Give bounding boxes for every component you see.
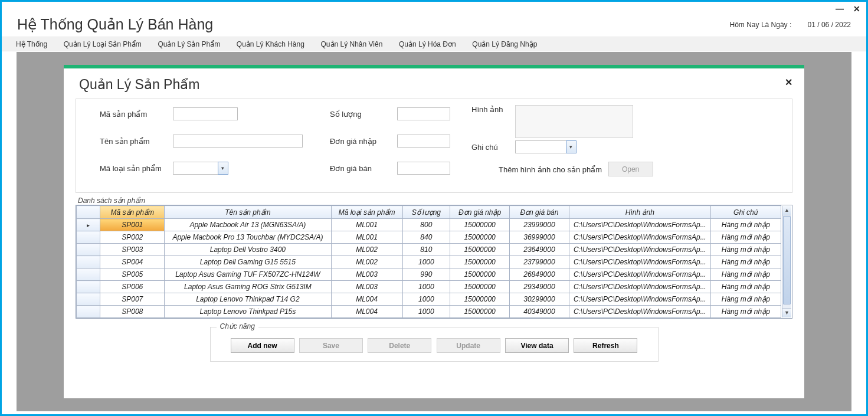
cell-ten[interactable]: Laptop Dell Gaming G15 5515 — [165, 256, 331, 268]
cell-nhap[interactable]: 15000000 — [450, 256, 510, 268]
cell-gc[interactable]: Hàng mới nhập — [710, 244, 781, 256]
input-don-gia-ban[interactable] — [397, 162, 450, 175]
cell-nhap[interactable]: 15000000 — [450, 244, 510, 256]
cell-sl[interactable]: 810 — [402, 244, 450, 256]
cell-img[interactable]: C:\Users\PC\Desktop\WindowsFormsAp... — [569, 244, 710, 256]
panel-close-icon[interactable]: ✕ — [785, 77, 792, 88]
row-header[interactable] — [77, 306, 100, 318]
table-row[interactable]: SP002Apple Macbook Pro 13 Touchbar (MYDC… — [77, 231, 792, 244]
col-ma-loai[interactable]: Mã loại sản phẩm — [331, 206, 402, 219]
menu-san-pham[interactable]: Quản Lý Sản Phẩm — [158, 40, 220, 48]
table-row[interactable]: SP003Laptop Dell Vostro 3400ML0028101500… — [77, 244, 792, 256]
cell-img[interactable]: C:\Users\PC\Desktop\WindowsFormsAp... — [569, 293, 710, 306]
cell-sl[interactable]: 1000 — [402, 306, 450, 318]
row-header[interactable] — [77, 244, 100, 256]
update-button[interactable]: Update — [437, 338, 500, 353]
cell-ban[interactable]: 30299000 — [510, 293, 569, 306]
col-ma-sp[interactable]: Mã sản phẩm — [100, 206, 165, 219]
view-button[interactable]: View data — [505, 338, 569, 353]
cell-ma[interactable]: SP003 — [100, 244, 165, 256]
table-row[interactable]: SP006Laptop Asus Gaming ROG Strix G513IM… — [77, 281, 792, 293]
combo-ghi-chu[interactable]: ▾ — [515, 140, 577, 153]
col-don-gia-ban[interactable]: Đơn giá bán — [510, 206, 569, 219]
menu-he-thong[interactable]: Hệ Thống — [16, 40, 47, 48]
cell-ten[interactable]: Laptop Asus Gaming ROG Strix G513IM — [165, 281, 331, 293]
refresh-button[interactable]: Refresh — [574, 338, 637, 353]
cell-ten[interactable]: Laptop Lenovo Thinkpad T14 G2 — [165, 293, 331, 306]
cell-loai[interactable]: ML004 — [331, 306, 402, 318]
cell-ma[interactable]: SP005 — [100, 268, 165, 281]
cell-sl[interactable]: 800 — [402, 219, 450, 231]
cell-ban[interactable]: 26849000 — [510, 268, 569, 281]
cell-img[interactable]: C:\Users\PC\Desktop\WindowsFormsAp... — [569, 219, 710, 231]
cell-gc[interactable]: Hàng mới nhập — [710, 256, 781, 268]
row-header[interactable]: ▸ — [77, 219, 100, 231]
table-row[interactable]: SP004Laptop Dell Gaming G15 5515ML002100… — [77, 256, 792, 268]
cell-img[interactable]: C:\Users\PC\Desktop\WindowsFormsAp... — [569, 306, 710, 318]
table-row[interactable]: ▸SP001Apple Macbook Air 13 (MGN63SA/A)ML… — [77, 219, 792, 231]
row-header[interactable] — [77, 268, 100, 281]
cell-gc[interactable]: Hàng mới nhập — [710, 293, 781, 306]
scroll-thumb[interactable] — [783, 216, 791, 304]
input-ten-sp[interactable] — [173, 135, 303, 148]
cell-gc[interactable]: Hàng mới nhập — [710, 306, 781, 318]
cell-img[interactable]: C:\Users\PC\Desktop\WindowsFormsAp... — [569, 231, 710, 244]
col-ten-sp[interactable]: Tên sản phẩm — [165, 206, 331, 219]
scroll-down-icon[interactable]: ▼ — [782, 308, 791, 317]
cell-gc[interactable]: Hàng mới nhập — [710, 231, 781, 244]
col-ghi-chu[interactable]: Ghi chú — [710, 206, 781, 219]
row-header[interactable] — [77, 281, 100, 293]
cell-ban[interactable]: 23649000 — [510, 244, 569, 256]
combo-ma-loai-input[interactable] — [173, 162, 218, 175]
table-row[interactable]: SP005Laptop Asus Gaming TUF FX507ZC-HN12… — [77, 268, 792, 281]
col-hinh-anh[interactable]: Hình ảnh — [569, 206, 710, 219]
cell-ma[interactable]: SP001 — [100, 219, 165, 231]
chevron-down-icon[interactable]: ▾ — [218, 162, 228, 175]
cell-ma[interactable]: SP004 — [100, 256, 165, 268]
cell-loai[interactable]: ML002 — [331, 244, 402, 256]
cell-nhap[interactable]: 15000000 — [450, 231, 510, 244]
cell-loai[interactable]: ML003 — [331, 281, 402, 293]
scroll-up-icon[interactable]: ▲ — [782, 206, 791, 215]
cell-img[interactable]: C:\Users\PC\Desktop\WindowsFormsAp... — [569, 281, 710, 293]
close-icon[interactable]: ✕ — [853, 5, 860, 13]
menu-loai-san-pham[interactable]: Quản Lý Loại Sản Phẩm — [64, 40, 142, 48]
cell-gc[interactable]: Hàng mới nhập — [710, 219, 781, 231]
cell-ten[interactable]: Laptop Dell Vostro 3400 — [165, 244, 331, 256]
menu-nhan-vien[interactable]: Quản Lý Nhân Viên — [321, 40, 383, 48]
cell-ma[interactable]: SP006 — [100, 281, 165, 293]
cell-sl[interactable]: 1000 — [402, 281, 450, 293]
cell-nhap[interactable]: 15000000 — [450, 293, 510, 306]
input-so-luong[interactable] — [397, 107, 450, 120]
cell-gc[interactable]: Hàng mới nhập — [710, 281, 781, 293]
cell-img[interactable]: C:\Users\PC\Desktop\WindowsFormsAp... — [569, 268, 710, 281]
cell-loai[interactable]: ML002 — [331, 256, 402, 268]
cell-sl[interactable]: 990 — [402, 268, 450, 281]
open-button[interactable]: Open — [608, 162, 653, 176]
cell-loai[interactable]: ML001 — [331, 219, 402, 231]
cell-ban[interactable]: 36999000 — [510, 231, 569, 244]
cell-ten[interactable]: Laptop Asus Gaming TUF FX507ZC-HN124W — [165, 268, 331, 281]
cell-nhap[interactable]: 15000000 — [450, 268, 510, 281]
col-so-luong[interactable]: Số lượng — [402, 206, 450, 219]
cell-sl[interactable]: 840 — [402, 231, 450, 244]
cell-ban[interactable]: 40349000 — [510, 306, 569, 318]
product-grid[interactable]: Mã sản phẩm Tên sản phẩm Mã loại sản phẩ… — [76, 205, 792, 319]
cell-ban[interactable]: 23799000 — [510, 256, 569, 268]
vertical-scrollbar[interactable]: ▲ ▼ — [782, 206, 791, 317]
row-header[interactable] — [77, 293, 100, 306]
table-row[interactable]: SP007Laptop Lenovo Thinkpad T14 G2ML0041… — [77, 293, 792, 306]
save-button[interactable]: Save — [299, 338, 363, 353]
cell-ten[interactable]: Apple Macbook Pro 13 Touchbar (MYDC2SA/A… — [165, 231, 331, 244]
cell-loai[interactable]: ML004 — [331, 293, 402, 306]
minimize-icon[interactable]: — — [836, 5, 844, 13]
table-row[interactable]: SP008Laptop Lenovo Thinkpad P15sML004100… — [77, 306, 792, 318]
menu-hoa-don[interactable]: Quản Lý Hóa Đơn — [399, 40, 456, 48]
row-header[interactable] — [77, 256, 100, 268]
row-header[interactable] — [77, 231, 100, 244]
cell-sl[interactable]: 1000 — [402, 256, 450, 268]
cell-ban[interactable]: 23999000 — [510, 219, 569, 231]
cell-sl[interactable]: 1000 — [402, 293, 450, 306]
corner-cell[interactable] — [77, 206, 100, 219]
input-don-gia-nhap[interactable] — [397, 135, 450, 148]
